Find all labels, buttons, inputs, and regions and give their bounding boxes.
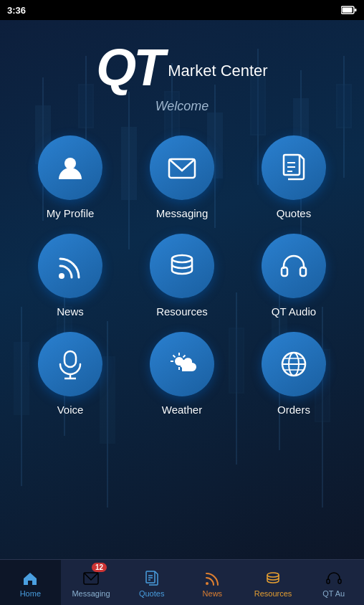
header: QT Market Center Welcome [96,20,267,121]
rss-nav-icon [203,570,221,587]
svg-line-49 [173,356,176,358]
grid-item-my-profile[interactable]: My Profile [21,135,119,219]
logo-qt: QT [96,42,162,93]
nav-resources[interactable]: Resources [243,560,304,605]
nav-qt-audio-label: QT Au [322,589,345,598]
database-icon [166,250,198,282]
svg-rect-2 [355,9,357,11]
nav-resources-label: Resources [254,589,292,598]
svg-rect-58 [146,571,155,583]
svg-rect-41 [64,351,76,367]
mail-icon [166,152,198,184]
main-content: QT Market Center Welcome My Profile [0,20,364,559]
grid-item-resources[interactable]: Resources [133,234,231,318]
svg-point-63 [267,573,279,577]
nav-news-label: News [203,589,223,598]
weather-icon [166,348,198,380]
grid-item-qt-audio[interactable]: QT Audio [245,234,343,318]
person-icon [54,152,86,184]
weather-icon-circle [150,332,214,396]
grid-item-weather[interactable]: Weather [133,332,231,416]
voice-label: Voice [57,404,84,416]
headphones-nav-icon [325,570,343,587]
quotes-label: Quotes [277,207,311,219]
svg-point-31 [64,158,76,169]
grid-item-orders[interactable]: Orders [245,332,343,416]
document-icon [278,152,310,184]
orders-label: Orders [277,404,310,416]
weather-label: Weather [162,404,202,416]
news-label: News [57,305,84,318]
grid-item-messaging[interactable]: Messaging [133,135,231,219]
nav-news[interactable]: News [182,560,243,605]
logo-container: QT Market Center [96,42,267,93]
nav-home[interactable]: Home [0,560,61,605]
my-profile-icon-circle [38,135,102,200]
svg-line-51 [183,356,186,358]
news-icon-circle [38,234,102,298]
status-bar: 3:36 [0,0,364,20]
quotes-icon-circle [262,135,326,200]
rss-icon [54,250,86,282]
nav-messaging[interactable]: 12 Messaging [61,560,122,605]
grid-item-news[interactable]: News [21,234,119,318]
messaging-label: Messaging [156,207,209,219]
svg-rect-1 [343,8,353,13]
time: 3:36 [7,5,26,16]
orders-icon-circle [262,332,326,396]
stack-nav-icon [264,570,282,587]
headphones-icon [278,250,310,282]
svg-point-37 [59,273,64,279]
nav-quotes-label: Quotes [139,589,164,598]
messaging-icon-circle [150,135,214,200]
svg-point-38 [172,255,192,262]
resources-label: Resources [156,305,208,318]
mail-nav-icon [82,570,100,587]
qt-audio-label: QT Audio [272,305,316,318]
voice-icon-circle [38,332,102,396]
nav-messaging-label: Messaging [72,589,110,598]
app-grid: My Profile Messaging [0,121,364,430]
qt-audio-icon-circle [262,234,326,298]
logo-market-center: Market Center [168,62,267,80]
svg-point-62 [206,582,209,585]
nav-home-label: Home [20,589,41,598]
resources-icon-circle [150,234,214,298]
my-profile-label: My Profile [47,207,95,219]
welcome-text: Welcome [96,99,267,114]
battery-icon [341,6,357,14]
nav-quotes[interactable]: Quotes [121,560,182,605]
messaging-badge: 12 [92,563,107,572]
grid-item-voice[interactable]: Voice [21,332,119,416]
home-nav-icon [21,570,39,587]
grid-item-quotes[interactable]: Quotes [245,135,343,219]
microphone-icon [54,348,86,380]
nav-qt-audio[interactable]: QT Au [303,560,364,605]
quotes-nav-icon [143,570,161,587]
bottom-nav: Home 12 Messaging Quotes News [0,559,364,605]
globe-icon [278,348,310,380]
